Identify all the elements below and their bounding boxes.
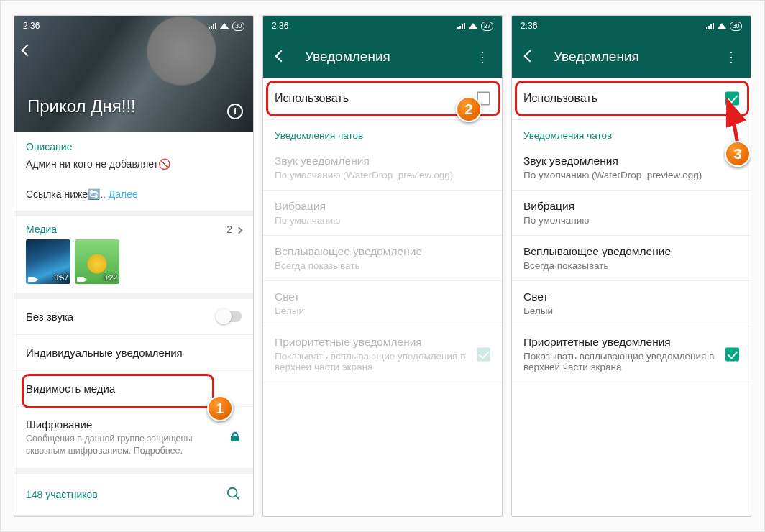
video-duration: 0:57 — [55, 274, 68, 282]
video-icon — [77, 277, 84, 282]
app-bar: Уведомления ⋮ — [512, 36, 751, 78]
popup-row: Всплывающее уведомление Всегда показыват… — [263, 236, 502, 280]
row-sub: Показывать всплывающие уведомления в вер… — [275, 351, 466, 372]
video-duration: 0:22 — [104, 274, 117, 282]
row-sub: Показывать всплывающие уведомления в вер… — [523, 351, 715, 372]
use-custom-label: Использовать — [275, 92, 349, 104]
custom-notifications-row[interactable]: Индивидуальные уведомления — [14, 334, 253, 370]
members-row[interactable]: 148 участников — [14, 474, 253, 515]
back-button[interactable] — [518, 50, 542, 63]
mute-row[interactable]: Без звука — [14, 299, 253, 334]
row-title: Вибрация — [523, 200, 739, 213]
status-bar: 2:36 30 — [512, 16, 751, 36]
media-section[interactable]: Медиа 2 0:57 0:22 — [14, 216, 253, 293]
members-count: 148 участников — [26, 489, 98, 500]
phone-group-info: 2:36 30 Прикол Дня!!! i Описание Админ н… — [14, 15, 254, 517]
use-custom-row[interactable]: Использовать — [512, 78, 751, 119]
overflow-menu-button[interactable]: ⋮ — [467, 48, 496, 65]
media-visibility-label: Видимость медиа — [26, 382, 115, 395]
settings-list: Без звука Индивидуальные уведомления Вид… — [14, 299, 253, 469]
phone-notifications-on: 2:36 30 Уведомления ⋮ Использовать Уведо… — [511, 15, 751, 517]
signal-icon — [209, 22, 216, 29]
wifi-icon — [219, 23, 229, 29]
media-label: Медиа — [26, 224, 57, 235]
members-section: 148 участников — [14, 474, 253, 516]
divider — [14, 211, 253, 217]
media-count-nav[interactable]: 2 — [226, 224, 242, 235]
media-thumb[interactable]: 0:57 — [26, 239, 70, 284]
description-line: Ссылка ниже🔄.. — [26, 188, 109, 200]
row-title: Звук уведомления — [523, 155, 739, 168]
media-visibility-row[interactable]: Видимость медиа — [14, 370, 253, 406]
notif-sound-row: Звук уведомления По умолчанию (WaterDrop… — [263, 145, 502, 190]
arrow-left-icon — [22, 45, 34, 57]
description-section[interactable]: Описание Админ ни кого не добавляет🚫 Ссы… — [14, 132, 253, 211]
use-custom-checkbox[interactable] — [477, 92, 490, 106]
overflow-menu-button[interactable]: ⋮ — [716, 48, 745, 65]
info-icon[interactable]: i — [227, 104, 243, 119]
media-thumb[interactable]: 0:22 — [75, 239, 119, 284]
battery-icon: 30 — [730, 22, 742, 31]
svg-line-1 — [236, 496, 239, 500]
signal-icon — [706, 22, 714, 29]
custom-notifications-label: Индивидуальные уведомления — [26, 347, 183, 359]
row-sub: По умолчанию — [523, 215, 739, 226]
use-custom-checkbox-checked[interactable] — [725, 92, 739, 106]
light-row[interactable]: Свет Белый — [512, 281, 751, 326]
group-hero: 2:36 30 Прикол Дня!!! i — [14, 16, 253, 132]
mute-label: Без звука — [26, 311, 73, 323]
row-title: Приоритетные уведомления — [523, 336, 715, 349]
popup-row[interactable]: Всплывающее уведомление Всегда показыват… — [512, 236, 751, 280]
clock: 2:36 — [23, 21, 40, 31]
description-body: Админ ни кого не добавляет🚫 Ссылка ниже🔄… — [26, 157, 242, 202]
divider — [14, 293, 253, 299]
battery-icon: 27 — [481, 22, 493, 31]
tutorial-composite: 2:36 30 Прикол Дня!!! i Описание Админ н… — [0, 0, 765, 532]
description-more-link[interactable]: Далее — [109, 188, 138, 200]
priority-checkbox[interactable] — [725, 347, 739, 361]
row-title: Свет — [523, 290, 739, 303]
app-bar: Уведомления ⋮ — [263, 36, 502, 78]
svg-point-0 — [228, 488, 237, 497]
video-icon — [28, 277, 35, 282]
clock: 2:36 — [272, 21, 288, 31]
phone-notifications-off: 2:36 27 Уведомления ⋮ Использовать Уведо… — [262, 15, 503, 517]
notif-sound-row[interactable]: Звук уведомления По умолчанию (WaterDrop… — [512, 145, 751, 190]
row-title: Приоритетные уведомления — [275, 336, 466, 349]
search-icon[interactable] — [226, 486, 242, 504]
status-bar: 2:36 27 — [263, 16, 502, 36]
light-row: Свет Белый — [263, 281, 502, 326]
row-title: Звук уведомления — [275, 155, 490, 168]
signal-icon — [457, 22, 465, 29]
vibration-row[interactable]: Вибрация По умолчанию — [512, 191, 751, 235]
chevron-right-icon — [236, 227, 243, 234]
row-title: Свет — [275, 290, 490, 303]
priority-checkbox — [477, 347, 490, 361]
arrow-left-icon — [275, 50, 288, 63]
arrow-left-icon — [524, 50, 536, 63]
lock-icon: 🔒︎ — [229, 430, 242, 445]
priority-row[interactable]: Приоритетные уведомления Показывать вспл… — [512, 326, 751, 382]
mute-switch[interactable] — [217, 311, 242, 322]
row-sub: Белый — [523, 306, 739, 316]
row-sub: Белый — [275, 306, 490, 316]
wifi-icon — [717, 23, 727, 29]
divider — [14, 469, 253, 474]
group-title: Прикол Дня!!! — [27, 96, 136, 116]
chat-notif-section-title: Уведомления чатов — [263, 120, 502, 145]
screen-title: Уведомления — [554, 49, 716, 65]
encryption-sub: Сообщения в данной группе защищены сквоз… — [26, 433, 221, 457]
row-sub: По умолчанию — [275, 215, 490, 226]
encryption-row[interactable]: Шифрование Сообщения в данной группе защ… — [14, 406, 253, 469]
screen-title: Уведомления — [305, 49, 467, 65]
back-button[interactable] — [269, 50, 293, 63]
use-custom-label: Использовать — [523, 92, 597, 104]
use-custom-row[interactable]: Использовать — [263, 78, 502, 119]
row-title: Вибрация — [275, 200, 490, 213]
back-button[interactable] — [23, 45, 32, 58]
clock: 2:36 — [521, 21, 537, 31]
row-sub: Всегда показывать — [275, 260, 490, 271]
row-sub: По умолчанию (WaterDrop_preview.ogg) — [523, 170, 739, 180]
description-line: Админ ни кого не добавляет🚫 — [26, 158, 170, 170]
row-sub: Всегда показывать — [523, 260, 739, 271]
